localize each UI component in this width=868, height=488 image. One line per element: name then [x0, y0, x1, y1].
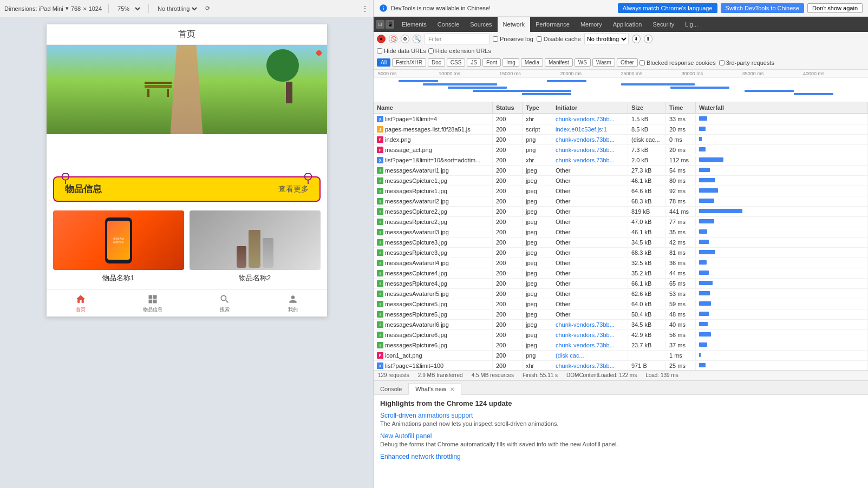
filter-tag-fetch[interactable]: Fetch/XHR: [392, 58, 426, 67]
filter-tag-other[interactable]: Other: [617, 58, 638, 67]
table-row[interactable]: X list?page=1&limit=100 200 xhr chunk-ve…: [374, 361, 868, 370]
devtools-tabs: ⊡ 📱 Elements Console Sources Network Per…: [374, 17, 868, 32]
filter-tag-ws[interactable]: WS: [575, 58, 591, 67]
device-icon[interactable]: 📱: [386, 20, 394, 29]
row-waterfall: [696, 186, 868, 196]
hide-extension-urls-checkbox[interactable]: Hide extension URLs: [428, 48, 491, 54]
table-row[interactable]: I messagesRpicture5.jpg 200 jpeg Other 5…: [374, 309, 868, 320]
search-button[interactable]: 🔍: [413, 35, 421, 43]
zoom-select[interactable]: 75% 50% 100%: [115, 5, 142, 12]
row-time: 1 ms: [666, 351, 696, 360]
chevron-down-icon[interactable]: ▾: [66, 5, 69, 12]
table-row[interactable]: P icon1_act.png 200 png (disk cac... 1 m…: [374, 351, 868, 361]
file-type-icon: I: [377, 229, 383, 235]
export-button[interactable]: ⬆: [644, 35, 652, 43]
filter-tag-doc[interactable]: Doc: [428, 58, 445, 67]
clear-button[interactable]: 🚫: [389, 35, 397, 43]
tab-memory[interactable]: Memory: [575, 17, 608, 32]
table-row[interactable]: P message_act.png 200 png chunk-vendors.…: [374, 145, 868, 155]
filter-tag-media[interactable]: Media: [521, 58, 543, 67]
disable-cache-checkbox[interactable]: Disable cache: [537, 36, 581, 42]
stat-resources: 4.5 MB resources: [472, 372, 514, 378]
match-language-button[interactable]: Always match Chrome's language: [618, 3, 717, 13]
product-card-1[interactable]: 促销活动新春快乐 物品名称1: [53, 210, 184, 285]
dismiss-button[interactable]: Don't show again: [807, 3, 863, 13]
hide-data-urls-checkbox[interactable]: Hide data URLs: [377, 48, 426, 54]
table-row[interactable]: J pages-messages-list.f8f28a51.js 200 sc…: [374, 124, 868, 135]
switch-devtools-button[interactable]: Switch DevTools to Chinese: [721, 3, 804, 13]
garden-bench: [145, 81, 172, 97]
nav-item-search[interactable]: 搜索: [219, 293, 231, 313]
feature-link-1[interactable]: Scroll-driven animations support: [380, 412, 862, 419]
filter-tag-wasm[interactable]: Wasm: [592, 58, 615, 67]
row-initiator: index.e01c53ef.js:1: [552, 125, 628, 134]
table-row[interactable]: I messagesAvatarurl4.jpg 200 jpeg Other …: [374, 258, 868, 268]
table-row[interactable]: I messagesAvatarurl6.jpg 200 jpeg chunk-…: [374, 320, 868, 330]
record-button[interactable]: ●: [377, 35, 386, 43]
tab-whats-new[interactable]: What's new ✕: [408, 383, 461, 395]
pointer-icon[interactable]: ⊡: [376, 20, 384, 29]
filter-tag-manifest[interactable]: Manifest: [545, 58, 573, 67]
preserve-log-checkbox[interactable]: Preserve log: [493, 36, 533, 42]
product-card-2[interactable]: 物品名称2: [190, 210, 321, 285]
table-row[interactable]: I messagesRpicture4.jpg 200 jpeg Other 6…: [374, 279, 868, 289]
row-waterfall: [696, 320, 868, 329]
row-name: I messagesRpicture4.jpg: [374, 279, 493, 288]
filter-tag-css[interactable]: CSS: [447, 58, 466, 67]
table-row[interactable]: I messagesRpicture6.jpg 200 jpeg chunk-v…: [374, 340, 868, 351]
throttle-select[interactable]: No throttling: [155, 5, 199, 12]
row-type: jpeg: [523, 341, 552, 349]
banner-yellow[interactable]: 物品信息 查看更多: [53, 176, 321, 202]
throttle-dropdown[interactable]: No throttling: [584, 34, 629, 44]
blocked-cookies-checkbox[interactable]: Blocked response cookies: [639, 58, 716, 67]
rotate-icon[interactable]: ⟳: [203, 4, 212, 13]
table-row[interactable]: I messagesCpicture3.jpg 200 jpeg Other 3…: [374, 238, 868, 248]
table-row[interactable]: I messagesRpicture1.jpg 200 jpeg Other 6…: [374, 186, 868, 196]
row-time: 44 ms: [666, 269, 696, 278]
tab-security[interactable]: Security: [647, 17, 680, 32]
nav-item-profile[interactable]: 我的: [287, 293, 299, 313]
nav-item-home[interactable]: 首页: [75, 293, 87, 313]
tab-performance[interactable]: Performance: [530, 17, 575, 32]
row-type: jpeg: [523, 187, 552, 195]
tab-lighthouse[interactable]: Lig...: [680, 17, 703, 32]
import-button[interactable]: ⬇: [632, 35, 641, 43]
tab-console[interactable]: Console: [432, 17, 465, 32]
table-header: Name Status Type Initiator Size Time Wat…: [374, 102, 868, 114]
table-row[interactable]: X list?page=1&limit=4 200 xhr chunk-vend…: [374, 114, 868, 124]
filter-tag-font[interactable]: Font: [482, 58, 501, 67]
filter-button[interactable]: ⚙: [401, 35, 409, 43]
tab-console-bottom[interactable]: Console: [374, 384, 408, 394]
more-options-icon[interactable]: ⋮: [361, 4, 369, 13]
tab-elements[interactable]: Elements: [396, 17, 432, 32]
filter-tag-img[interactable]: Img: [502, 58, 519, 67]
table-row[interactable]: I messagesAvatarurl1.jpg 200 jpeg Other …: [374, 166, 868, 176]
phone-mockup: 促销活动新春快乐: [105, 217, 132, 263]
table-row[interactable]: I messagesRpicture2.jpg 200 jpeg Other 4…: [374, 217, 868, 227]
table-row[interactable]: I messagesCpicture5.jpg 200 jpeg Other 6…: [374, 299, 868, 309]
filter-tag-js[interactable]: JS: [467, 58, 481, 67]
nav-item-items[interactable]: 物品信息: [143, 293, 162, 313]
table-row[interactable]: I messagesCpicture2.jpg 200 jpeg Other 8…: [374, 207, 868, 217]
row-name: I messagesCpicture3.jpg: [374, 238, 493, 247]
filter-tag-all[interactable]: All: [377, 58, 390, 67]
tab-network[interactable]: Network: [498, 17, 530, 32]
table-row[interactable]: I messagesCpicture1.jpg 200 jpeg Other 4…: [374, 176, 868, 186]
header-name: Name: [374, 102, 493, 113]
third-party-checkbox[interactable]: 3rd-party requests: [719, 60, 774, 66]
table-row[interactable]: X list?page=1&limit=10&sort=addtim... 20…: [374, 155, 868, 166]
table-row[interactable]: P index.png 200 png chunk-vendors.73bb..…: [374, 135, 868, 145]
feature-link-2[interactable]: New Autofill panel: [380, 432, 862, 440]
tab-sources[interactable]: Sources: [465, 17, 497, 32]
filter-input[interactable]: [425, 34, 490, 44]
table-row[interactable]: I messagesRpicture3.jpg 200 jpeg Other 6…: [374, 248, 868, 258]
banner-right-text[interactable]: 查看更多: [278, 184, 309, 194]
table-row[interactable]: I messagesAvatarurl2.jpg 200 jpeg Other …: [374, 196, 868, 207]
tab-application[interactable]: Application: [608, 17, 648, 32]
table-row[interactable]: I messagesCpicture6.jpg 200 jpeg chunk-v…: [374, 330, 868, 340]
feature-link-3[interactable]: Enhanced network throttling: [380, 453, 862, 460]
close-tab-icon[interactable]: ✕: [450, 386, 454, 392]
table-row[interactable]: I messagesCpicture4.jpg 200 jpeg Other 3…: [374, 268, 868, 279]
table-row[interactable]: I messagesAvatarurl5.jpg 200 jpeg Other …: [374, 289, 868, 299]
table-row[interactable]: I messagesAvatarurl3.jpg 200 jpeg Other …: [374, 227, 868, 238]
